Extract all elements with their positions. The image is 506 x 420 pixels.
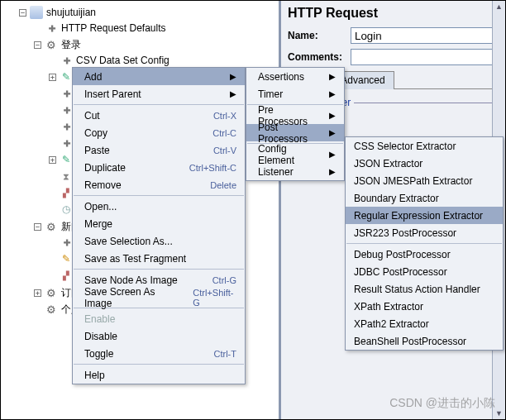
menu-item-label: JSR223 PostProcessor: [354, 227, 456, 239]
menu-item-label: Timer: [258, 88, 283, 100]
menu-item-label: Save Selection As...: [84, 236, 173, 247]
expand-icon[interactable]: +: [49, 156, 56, 164]
menu-item-label: Cut: [84, 110, 100, 122]
comments-label: Comments:: [288, 51, 346, 63]
submenu-arrow-icon: ▶: [329, 111, 336, 120]
menu-item-config-element[interactable]: Config Element▶: [246, 146, 344, 163]
menu-separator: [74, 104, 244, 105]
menu-item-label: Assertions: [258, 71, 304, 83]
submenu-add[interactable]: Assertions▶Timer▶Pre Processors▶Post Pro…: [246, 67, 345, 181]
menu-item-jsr223-postprocessor[interactable]: JSR223 PostProcessor: [346, 224, 503, 241]
menu-shortcut: Delete: [210, 180, 236, 190]
menu-shortcut: Ctrl-C: [212, 128, 236, 138]
menu-item-xpath-extractor[interactable]: XPath Extractor: [346, 298, 503, 315]
wrench-icon: [60, 54, 73, 67]
collapse-icon[interactable]: −: [19, 9, 26, 17]
tree-root[interactable]: − shujutuijian: [19, 5, 279, 20]
gear-icon: [45, 220, 58, 233]
menu-item-help[interactable]: Help: [73, 366, 245, 384]
menu-item-enable: Enable: [73, 310, 245, 327]
menu-item-paste[interactable]: PasteCtrl-V: [73, 141, 245, 159]
flask-icon: [30, 6, 43, 19]
menu-item-label: Insert Parent: [84, 88, 141, 100]
menu-item-save-screen-as-image[interactable]: Save Screen As ImageCtrl+Shift-G: [73, 289, 245, 306]
menu-item-result-status-action-handler[interactable]: Result Status Action Handler: [346, 280, 503, 298]
menu-item-remove[interactable]: RemoveDelete: [73, 176, 245, 193]
menu-item-label: Add: [84, 71, 102, 83]
wrench-icon: [60, 87, 73, 100]
tree-label: HTTP Request Defaults: [61, 22, 166, 34]
tree-label: CSV Data Set Config: [76, 55, 169, 66]
chart-icon: [60, 186, 73, 199]
menu-item-duplicate[interactable]: DuplicateCtrl+Shift-C: [73, 159, 245, 176]
submenu-post-processors[interactable]: CSS Selector ExtractorJSON ExtractorJSON…: [345, 136, 504, 351]
menu-shortcut: Ctrl-X: [213, 111, 236, 121]
menu-item-xpath2-extractor[interactable]: XPath2 Extractor: [346, 315, 503, 332]
tree-item-csv-config[interactable]: CSV Data Set Config: [49, 53, 279, 68]
menu-item-label: Config Element: [258, 143, 313, 166]
menu-item-post-processors[interactable]: Post Processors▶: [246, 124, 344, 141]
menu-item-label: Save Screen As Image: [84, 286, 176, 309]
tree-label: 登录: [61, 38, 81, 52]
menu-item-label: Post Processors: [258, 122, 313, 145]
menu-item-label: Save as Test Fragment: [84, 253, 186, 265]
expand-icon[interactable]: +: [49, 74, 56, 81]
menu-item-json-extractor[interactable]: JSON Extractor: [346, 155, 503, 172]
collapse-icon[interactable]: −: [34, 41, 41, 49]
menu-item-boundary-extractor[interactable]: Boundary Extractor: [346, 189, 503, 207]
menu-item-label: JSON Extractor: [354, 158, 422, 169]
menu-item-regular-expression-extractor[interactable]: Regular Expression Extractor: [346, 207, 503, 224]
menu-item-label: Listener: [258, 166, 294, 178]
wrench-icon: [60, 136, 73, 150]
wrench-icon: [60, 120, 73, 133]
submenu-arrow-icon: ▶: [329, 167, 336, 176]
menu-item-debug-postprocessor[interactable]: Debug PostProcessor: [346, 246, 503, 263]
collapse-icon[interactable]: −: [34, 223, 41, 231]
menu-shortcut: Ctrl-T: [214, 349, 237, 359]
context-menu[interactable]: Add▶Insert Parent▶CutCtrl-XCopyCtrl-CPas…: [72, 67, 246, 384]
menu-item-label: Disable: [84, 331, 117, 342]
menu-item-cut[interactable]: CutCtrl-X: [73, 107, 245, 124]
menu-item-label: Help: [84, 370, 105, 381]
menu-item-toggle[interactable]: ToggleCtrl-T: [73, 345, 245, 362]
menu-item-label: CSS Selector Extractor: [354, 141, 456, 152]
submenu-arrow-icon: ▶: [329, 89, 336, 98]
menu-item-merge[interactable]: Merge: [73, 215, 245, 232]
menu-item-copy[interactable]: CopyCtrl-C: [73, 124, 245, 141]
clock-icon: [60, 203, 73, 216]
menu-item-save-as-test-fragment[interactable]: Save as Test Fragment: [73, 250, 245, 267]
comments-input[interactable]: [351, 49, 499, 65]
menu-item-open[interactable]: Open...: [73, 198, 245, 215]
menu-item-css-selector-extractor[interactable]: CSS Selector Extractor: [346, 137, 503, 155]
menu-item-label: XPath Extractor: [354, 301, 423, 313]
menu-item-disable[interactable]: Disable: [73, 327, 245, 345]
menu-separator: [346, 243, 502, 244]
submenu-arrow-icon: ▶: [329, 128, 336, 137]
menu-item-jdbc-postprocessor[interactable]: JDBC PostProcessor: [346, 263, 503, 280]
gear-icon: [45, 286, 58, 299]
menu-shortcut: Ctrl-V: [213, 146, 236, 155]
dropper-icon: [60, 153, 73, 166]
menu-item-label: JSON JMESPath Extractor: [354, 175, 472, 187]
menu-item-label: BeanShell PostProcessor: [354, 336, 466, 347]
tree-item-http-defaults[interactable]: HTTP Request Defaults: [34, 21, 279, 36]
menu-item-insert-parent[interactable]: Insert Parent▶: [73, 85, 245, 103]
submenu-arrow-icon: ▶: [230, 72, 236, 81]
menu-item-label: XPath2 Extractor: [354, 318, 429, 330]
screwdriver-icon: [60, 252, 73, 265]
wrench-icon: [60, 236, 73, 249]
gear-icon: [45, 303, 58, 316]
menu-shortcut: Ctrl+Shift-G: [193, 288, 236, 308]
menu-item-beanshell-postprocessor[interactable]: BeanShell PostProcessor: [346, 332, 503, 350]
menu-item-add[interactable]: Add▶: [73, 68, 245, 85]
menu-item-label: Regular Expression Extractor: [354, 210, 483, 222]
menu-item-assertions[interactable]: Assertions▶: [246, 68, 344, 85]
submenu-arrow-icon: ▶: [230, 89, 236, 98]
menu-item-json-jmespath-extractor[interactable]: JSON JMESPath Extractor: [346, 172, 503, 189]
menu-item-timer[interactable]: Timer▶: [246, 85, 344, 103]
name-input[interactable]: [351, 27, 499, 44]
menu-item-save-selection-as[interactable]: Save Selection As...: [73, 232, 245, 250]
expand-icon[interactable]: +: [34, 289, 41, 297]
tree-item-login-group[interactable]: − 登录: [34, 37, 279, 52]
menu-item-label: Save Node As Image: [84, 274, 178, 286]
